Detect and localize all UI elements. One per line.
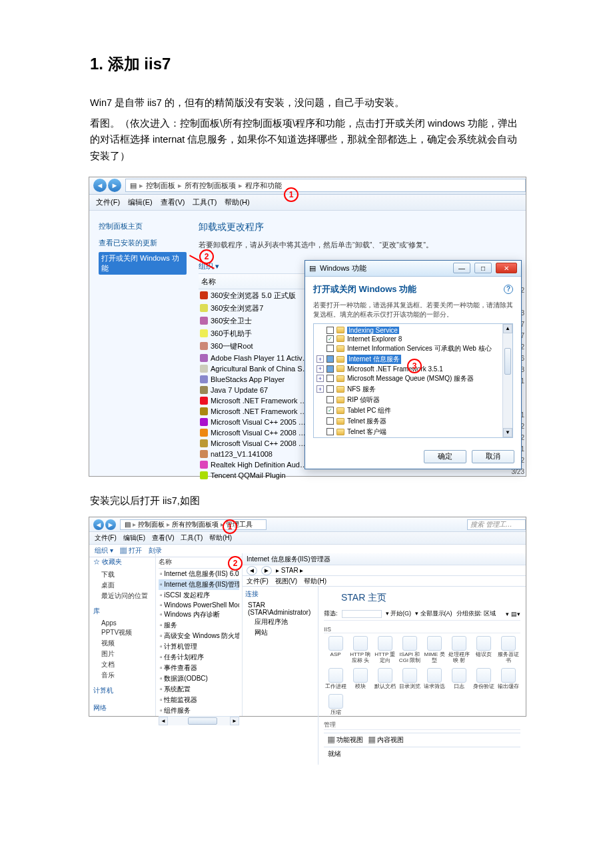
feature-tree-row[interactable]: RIP 侦听器: [316, 395, 510, 405]
feature-checkbox[interactable]: [326, 417, 334, 425]
maximize-button[interactable]: □: [474, 263, 492, 273]
ok-button[interactable]: 确定: [424, 450, 466, 463]
iis-feature-icon[interactable]: 错误页: [472, 636, 496, 664]
nav-item[interactable]: 最近访问的位置: [93, 591, 151, 601]
nav-back-button[interactable]: ◄: [93, 179, 107, 192]
menu-help[interactable]: 帮助(H): [225, 197, 249, 207]
feature-tree-row[interactable]: Internet Explorer 8: [316, 335, 510, 343]
feature-checkbox[interactable]: [326, 335, 334, 343]
crumb-item[interactable]: 所有控制面板项: [172, 520, 219, 529]
favorites-header[interactable]: ☆ 收藏夹: [93, 557, 151, 567]
crumb-item[interactable]: 控制面板: [146, 181, 175, 191]
feature-checkbox[interactable]: [326, 345, 334, 352]
feature-tree-row[interactable]: Telnet 客户端: [316, 427, 510, 437]
feature-checkbox[interactable]: [326, 365, 334, 373]
crumb-item[interactable]: 所有控制面板项: [185, 181, 236, 191]
menu-help[interactable]: 帮助(H): [304, 577, 326, 586]
features-tree[interactable]: Indexing ServiceInternet Explorer 8Inter…: [313, 323, 513, 438]
iis-feature-icon[interactable]: ISAPI 和 CGI 限制: [398, 636, 421, 664]
iis-feature-icon[interactable]: 处理程序映 射: [448, 636, 471, 664]
iis-feature-icon[interactable]: 模块: [348, 668, 372, 690]
feature-checkbox[interactable]: [326, 407, 334, 414]
libraries-header[interactable]: 库: [93, 607, 151, 616]
filter-go[interactable]: 开始(G): [390, 610, 411, 617]
admin-tool-item[interactable]: ▫ 计算机管理: [159, 641, 239, 652]
menu-view[interactable]: 查看(V): [152, 533, 174, 543]
feature-checkbox[interactable]: [326, 327, 334, 334]
iis-feature-icon[interactable]: 压缩: [324, 694, 347, 716]
filter-input[interactable]: [342, 610, 382, 618]
close-button[interactable]: ✕: [496, 263, 517, 273]
menu-file[interactable]: 文件(F): [247, 577, 269, 586]
expand-toggle[interactable]: +: [316, 365, 324, 373]
nav-forward-button[interactable]: ►: [108, 179, 121, 192]
admin-tool-item[interactable]: ▫ 高级安全 Windows 防火墙: [159, 631, 239, 641]
features-view-tab[interactable]: 功能视图: [336, 736, 363, 743]
iis-feature-icon[interactable]: 默认文档: [373, 668, 396, 690]
admin-tool-item[interactable]: ▫ 组件服务: [159, 705, 239, 716]
nav-item[interactable]: 桌面: [93, 580, 151, 591]
feature-tree-row[interactable]: Indexing Service: [316, 326, 510, 335]
iis-feature-icon[interactable]: 目录浏览: [398, 668, 421, 690]
nav-item[interactable]: 文档: [93, 659, 151, 670]
nav-item[interactable]: 图片: [93, 649, 151, 659]
feature-tree-row[interactable]: TFTP 客户端: [316, 437, 510, 438]
nav-item[interactable]: PPTV视频: [93, 627, 151, 638]
admin-tool-item[interactable]: ▫ Windows 内存诊断: [159, 609, 239, 620]
feature-tree-row[interactable]: +NFS 服务: [316, 384, 510, 395]
sidebar-home-link[interactable]: 控制面板主页: [99, 221, 187, 231]
menu-help[interactable]: 帮助(H): [209, 533, 232, 543]
iis-feature-icon[interactable]: 请求筛选: [423, 668, 446, 690]
admin-tool-item[interactable]: ▫ 服务: [159, 620, 239, 631]
content-view-tab[interactable]: 内容视图: [377, 736, 404, 743]
admin-tool-item[interactable]: ▫ 系统配置: [159, 684, 239, 695]
menu-file[interactable]: 文件(F): [96, 197, 120, 207]
expand-toggle[interactable]: +: [316, 385, 324, 393]
nav-back-button[interactable]: ◄: [93, 519, 104, 530]
menu-view[interactable]: 视图(V): [275, 577, 297, 586]
admin-tool-item[interactable]: ▫ 性能监视器: [159, 695, 239, 705]
feature-checkbox[interactable]: [326, 428, 334, 435]
breadcrumb[interactable]: ▤ ▸ 控制面板 ▸ 所有控制面板项 ▸ 程序和功能: [125, 179, 526, 192]
nav-back-button[interactable]: ◄: [247, 566, 257, 575]
nav-item[interactable]: Apps: [93, 619, 151, 627]
admin-tool-item[interactable]: ▫ 事件查看器: [159, 663, 239, 673]
feature-tree-row[interactable]: Tablet PC 组件: [316, 405, 510, 416]
iis-feature-icon[interactable]: ASP: [324, 636, 347, 664]
feature-tree-row[interactable]: Telnet 服务器: [316, 416, 510, 427]
filter-show-all[interactable]: 全部显示(A): [420, 610, 452, 617]
breadcrumb[interactable]: ▤▸ 控制面板▸ 所有控制面板项▸ 管理工具: [120, 519, 267, 530]
iis-feature-icon[interactable]: MIME 类型: [423, 636, 446, 664]
nav-item[interactable]: 下载: [93, 569, 151, 580]
nav-forward-button[interactable]: ►: [105, 519, 116, 530]
search-input[interactable]: 搜索 管理工…: [467, 519, 526, 530]
cancel-button[interactable]: 取消: [472, 450, 514, 463]
expand-toggle[interactable]: +: [316, 355, 324, 363]
admin-tool-item[interactable]: ▫ iSCSI 发起程序: [159, 590, 239, 601]
program-list-item[interactable]: Tencent QQMail Plugin: [199, 470, 519, 481]
menu-edit[interactable]: 编辑(E): [128, 197, 153, 207]
menu-view[interactable]: 查看(V): [161, 197, 185, 207]
iis-feature-icon[interactable]: 身份验证: [472, 668, 496, 690]
menu-file[interactable]: 文件(F): [95, 533, 117, 543]
tree-server-node[interactable]: STAR (STAR\Administrator): [245, 601, 315, 617]
crumb-item[interactable]: 控制面板: [138, 520, 165, 529]
admin-tool-item[interactable]: ▫ Internet 信息服务(IIS) 6.0 管理器: [159, 569, 239, 579]
scroll-thumb[interactable]: [504, 348, 511, 375]
sidebar-view-updates-link[interactable]: 查看已安装的更新: [99, 238, 187, 248]
admin-tool-item[interactable]: ▫ Internet 信息服务(IIS)管理器: [159, 579, 239, 590]
feature-tree-row[interactable]: Internet Information Services 可承载的 Web 核…: [316, 343, 510, 354]
scroll-up-button[interactable]: ▲: [503, 324, 512, 333]
tree-apppools-node[interactable]: 应用程序池: [245, 617, 315, 627]
nav-forward-button[interactable]: ►: [261, 566, 272, 575]
network-item[interactable]: 网络: [93, 703, 151, 713]
feature-checkbox[interactable]: [326, 375, 334, 382]
scroll-down-button[interactable]: ▼: [503, 428, 512, 437]
menu-tools[interactable]: 工具(T): [181, 533, 203, 543]
iis-feature-icon[interactable]: 日志: [448, 668, 471, 690]
feature-tree-row[interactable]: +Microsoft Message Queue (MSMQ) 服务器: [316, 373, 510, 384]
feature-checkbox[interactable]: [326, 385, 334, 393]
expand-toggle[interactable]: +: [316, 375, 324, 382]
sidebar-toggle-windows-features-link[interactable]: 打开或关闭 Windows 功能: [99, 252, 187, 275]
admin-tool-item[interactable]: ▫ 任务计划程序: [159, 652, 239, 663]
